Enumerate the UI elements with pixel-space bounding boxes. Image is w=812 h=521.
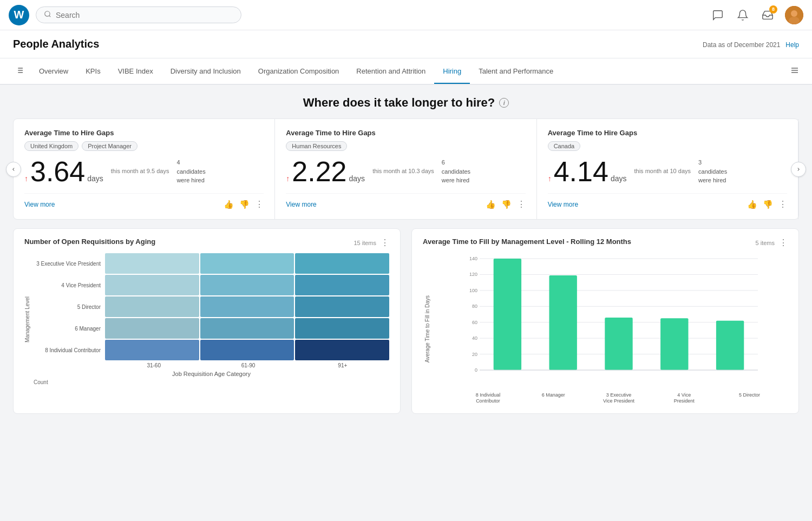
svg-text:80: 80 xyxy=(472,304,477,309)
top-nav-actions: 8 xyxy=(710,6,803,24)
heatmap-more-icon[interactable]: ⋮ xyxy=(381,238,389,248)
svg-text:20: 20 xyxy=(472,352,477,357)
heatmap-cell xyxy=(200,253,294,274)
tab-vibe-index[interactable]: VIBE Index xyxy=(109,60,162,84)
up-arrow-2: ↑ xyxy=(286,174,290,183)
hire-cards-row: Average Time to Hire Gaps United Kingdom… xyxy=(13,118,799,220)
hire-card-1-actions: 👍 👎 ⋮ xyxy=(224,199,264,209)
svg-line-1 xyxy=(49,16,51,17)
thumbs-up-1[interactable]: 👍 xyxy=(224,200,234,209)
more-options-1[interactable]: ⋮ xyxy=(255,199,264,209)
hire-card-2-main: ↑ 2.22 days xyxy=(286,157,365,186)
tab-kpis[interactable]: KPIs xyxy=(77,60,109,84)
heatmap-cell xyxy=(105,296,199,317)
heatmap-cells xyxy=(105,275,389,295)
hire-card-1-sub: this month at 9.5 days xyxy=(111,167,169,175)
tag-uk: United Kingdom xyxy=(24,141,78,151)
svg-rect-30 xyxy=(494,259,521,370)
hire-card-2-actions: 👍 👎 ⋮ xyxy=(486,199,526,209)
heatmap-items: 15 items xyxy=(353,240,376,246)
heatmap-row-label: 5 Director xyxy=(34,304,104,310)
svg-rect-33 xyxy=(660,318,688,370)
hire-card-1-tags: United Kingdom Project Manager xyxy=(24,141,264,151)
thumbs-up-2[interactable]: 👍 xyxy=(486,200,496,209)
heatmap-cells xyxy=(105,296,389,317)
hire-card-3-view-more[interactable]: View more xyxy=(548,201,578,208)
heatmap-cell xyxy=(105,340,199,360)
svg-text:140: 140 xyxy=(469,256,477,261)
hire-card-1-unit: days xyxy=(87,174,103,183)
heatmap-cell xyxy=(105,275,199,295)
heatmap-cell xyxy=(200,340,294,360)
heatmap-cells xyxy=(105,318,389,339)
svg-text:0: 0 xyxy=(475,367,477,373)
hire-card-2-footer: View more 👍 👎 ⋮ xyxy=(286,193,525,209)
hire-card-3-actions: 👍 👎 ⋮ xyxy=(747,199,787,209)
svg-text:100: 100 xyxy=(469,288,477,293)
search-input[interactable] xyxy=(56,11,233,19)
filter-icon[interactable] xyxy=(9,58,30,84)
heatmap-inner: 3 Executive Vice President4 Vice Preside… xyxy=(34,253,389,385)
heatmap-cell xyxy=(295,296,389,317)
user-avatar[interactable] xyxy=(785,6,803,24)
hire-card-2-view-more[interactable]: View more xyxy=(286,201,316,208)
bar-x-label: 4 VicePresident xyxy=(651,392,717,405)
tab-hiring[interactable]: Hiring xyxy=(434,60,470,84)
heatmap-cell xyxy=(295,275,389,295)
chat-icon[interactable] xyxy=(710,8,725,23)
heatmap-x-ticks: 31-6061-9091+ xyxy=(107,362,389,368)
heatmap-container: Management Level 3 Executive Vice Presid… xyxy=(24,253,389,385)
hire-card-3: Average Time to Hire Gaps Canada ↑ 4.14 … xyxy=(537,119,798,219)
heatmap-cell xyxy=(295,340,389,360)
bar-x-label: 6 Manager xyxy=(521,392,586,405)
heatmap-cell xyxy=(105,253,199,274)
page-title: People Analytics xyxy=(13,38,99,50)
bar-chart-svg: 020406080100120140 xyxy=(436,253,788,390)
heatmap-count-label: Count xyxy=(34,379,389,385)
help-link[interactable]: Help xyxy=(785,41,799,49)
search-bar[interactable] xyxy=(36,6,241,23)
section-title: Where does it take longer to hire? xyxy=(303,96,495,110)
heatmap-row-label: 8 Individual Contributor xyxy=(34,347,104,353)
heatmap-x-labels: 31-6061-9091+ xyxy=(34,362,389,368)
next-card-button[interactable] xyxy=(791,162,806,177)
heatmap-x-tick: 91+ xyxy=(296,362,389,368)
bar-chart-card: Average Time to Fill by Management Level… xyxy=(411,228,799,414)
data-date-area: Data as of December 2021 Help xyxy=(703,40,799,49)
tab-diversity[interactable]: Diversity and Inclusion xyxy=(162,60,250,84)
tab-org-composition[interactable]: Organization Composition xyxy=(250,60,348,84)
inbox-icon[interactable]: 8 xyxy=(760,8,775,23)
bar-chart-more-icon[interactable]: ⋮ xyxy=(779,238,788,248)
heatmap-cells xyxy=(105,340,389,360)
tab-talent[interactable]: Talent and Performance xyxy=(470,60,562,84)
heatmap-row-label: 6 Manager xyxy=(34,326,104,332)
tab-retention[interactable]: Retention and Attrition xyxy=(348,60,434,84)
app-logo[interactable]: W xyxy=(9,5,29,25)
bar-x-label: 8 IndividualContributor xyxy=(455,392,521,405)
notification-icon[interactable] xyxy=(735,8,750,23)
heatmap-x-tick: 61-90 xyxy=(201,362,294,368)
hire-card-3-title: Average Time to Hire Gaps xyxy=(548,129,787,137)
bar-chart-title: Average Time to Fill by Management Level… xyxy=(423,238,631,246)
hire-card-2-title: Average Time to Hire Gaps xyxy=(286,129,525,137)
more-options-3[interactable]: ⋮ xyxy=(778,199,787,209)
thumbs-down-1[interactable]: 👎 xyxy=(239,200,250,209)
bar-chart-container: Average Time to Fill in Days 02040608010… xyxy=(423,253,788,405)
thumbs-up-3[interactable]: 👍 xyxy=(747,200,757,209)
heatmap-cell xyxy=(200,318,294,339)
tab-overview[interactable]: Overview xyxy=(30,60,77,84)
hire-card-3-tags: Canada xyxy=(548,141,787,151)
prev-card-button[interactable] xyxy=(6,162,21,177)
charts-row: Number of Open Requisitions by Aging 15 … xyxy=(13,228,799,414)
tab-menu-icon[interactable] xyxy=(786,58,803,84)
more-options-2[interactable]: ⋮ xyxy=(517,199,526,209)
heatmap-row: 4 Vice President xyxy=(34,275,389,295)
info-icon[interactable]: i xyxy=(499,98,509,108)
heatmap-row-label: 4 Vice President xyxy=(34,282,104,288)
hire-card-1-view-more[interactable]: View more xyxy=(24,201,55,208)
thumbs-down-2[interactable]: 👎 xyxy=(501,200,512,209)
thumbs-down-3[interactable]: 👎 xyxy=(763,200,773,209)
heatmap-title: Number of Open Requisitions by Aging xyxy=(24,238,155,246)
tag-hr: Human Resources xyxy=(286,141,347,151)
heatmap-row-label: 3 Executive Vice President xyxy=(34,261,104,267)
